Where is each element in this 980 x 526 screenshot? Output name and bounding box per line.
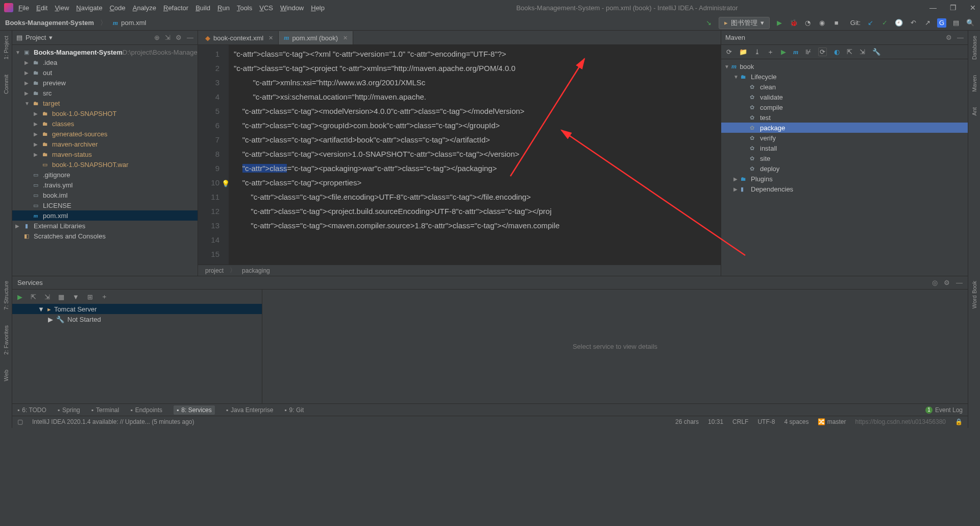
editor-breadcrumb[interactable]: project 〉 packaging [198, 265, 721, 276]
bottom-tab[interactable]: ▪Java Enterprise [226, 407, 274, 414]
search-everywhere-icon[interactable]: 🔍 [966, 18, 975, 28]
run-service-icon[interactable]: ▶ [17, 293, 22, 301]
collapse-icon[interactable]: ⇲ [44, 293, 50, 301]
tree-book-1.0-SNAPSHOT[interactable]: ▶🖿book-1.0-SNAPSHOT [12, 108, 198, 118]
show-dependencies-icon[interactable]: ◐ [834, 48, 840, 56]
tree-out[interactable]: ▶🖿out [12, 67, 198, 78]
debug-icon[interactable]: 🐞 [789, 18, 798, 28]
toggle-skip-tests-icon[interactable]: ⟳ [818, 47, 827, 56]
translate-icon[interactable]: G [937, 18, 946, 28]
git-push-icon[interactable]: ↗ [923, 18, 932, 28]
maven-goal-verify[interactable]: ✿verify [721, 133, 968, 143]
menu-view[interactable]: View [55, 4, 69, 12]
tree-maven-status[interactable]: ▶🖿maven-status [12, 149, 198, 159]
menu-window[interactable]: Window [280, 4, 304, 12]
tree-generated-sources[interactable]: ▶🖿generated-sources [12, 129, 198, 139]
event-log-tab[interactable]: 1 Event Log [925, 407, 963, 414]
bottom-tab[interactable]: ▪Spring [58, 407, 80, 414]
maven-goal-package[interactable]: ✿package [721, 123, 968, 133]
generate-sources-icon[interactable]: 📁 [739, 48, 747, 56]
tool-commit-tab[interactable]: Commit [3, 75, 9, 94]
bottom-tab[interactable]: ▪Endpoints [130, 407, 162, 414]
collapse-all-icon[interactable]: ⇱ [847, 48, 852, 56]
menu-run[interactable]: Run [217, 4, 230, 12]
add-project-icon[interactable]: ＋ [767, 47, 774, 57]
tool-wordbook-tab[interactable]: Word Book [971, 281, 977, 308]
service-tomcat-row[interactable]: ▼ ▸ Tomcat Server [12, 304, 262, 314]
tree-book-1.0-SNAPSHOT.war[interactable]: ▭book-1.0-SNAPSHOT.war [12, 159, 198, 170]
settings-gear-icon[interactable]: ⚙ [176, 34, 182, 41]
maven-goal-compile[interactable]: ✿compile [721, 102, 968, 112]
tool-project-tab[interactable]: 1: Project [3, 36, 9, 59]
close-tab-icon[interactable]: ✕ [343, 35, 348, 41]
maven-tree[interactable]: ▼mbook▼🖿Lifecycle✿clean✿validate✿compile… [721, 59, 968, 196]
build-hammer-icon[interactable]: ↘ [704, 18, 714, 28]
status-line-col[interactable]: 10:31 [708, 418, 723, 425]
status-eol[interactable]: CRLF [732, 418, 748, 425]
menu-build[interactable]: Build [195, 4, 210, 12]
settings-gear-icon[interactable]: ⚙ [944, 279, 950, 286]
tool-maven-tab[interactable]: Maven [971, 75, 977, 92]
tool-web-tab[interactable]: Web [3, 370, 9, 381]
tree-LICENSE[interactable]: ▭LICENSE [12, 200, 198, 210]
maven-goal-site[interactable]: ✿site [721, 153, 968, 163]
status-indicator-icon[interactable]: ▢ [17, 418, 23, 425]
tree-book.iml[interactable]: ▭book.iml [12, 190, 198, 200]
breadcrumb-project[interactable]: Books-Management-System [5, 19, 94, 27]
project-panel-title[interactable]: ▤ Project ▾ [16, 34, 53, 41]
coverage-icon[interactable]: ◔ [803, 18, 813, 28]
run-config-combo[interactable]: ▸ 图书管理 ▾ [719, 17, 770, 29]
close-tab-icon[interactable]: ✕ [268, 35, 273, 41]
editor-tab[interactable]: mpom.xml (book)✕ [279, 31, 353, 44]
tree-pom.xml[interactable]: mpom.xml [12, 210, 198, 221]
status-message[interactable]: IntelliJ IDEA 2020.1.4 available: // Upd… [32, 418, 194, 425]
tree-classes[interactable]: ▶🖿classes [12, 118, 198, 129]
tree-preview[interactable]: ▶🖿preview [12, 78, 198, 88]
maven-goal-test[interactable]: ✿test [721, 112, 968, 123]
maven-settings-icon[interactable]: 🔧 [872, 48, 880, 56]
lock-icon[interactable]: 🔒 [955, 418, 963, 425]
tree-src[interactable]: ▶🖿src [12, 88, 198, 98]
stop-icon[interactable]: ■ [832, 18, 841, 28]
code-content[interactable]: "c-attr">class="c-tag"><?xml "c-attr">ve… [229, 45, 721, 265]
layout-icon[interactable]: ⊞ [87, 293, 93, 301]
menu-edit[interactable]: Edit [36, 4, 47, 12]
scratches[interactable]: ◧Scratches and Consoles [12, 231, 198, 241]
run-icon[interactable]: ▶ [775, 18, 784, 28]
tree-.gitignore[interactable]: ▭.gitignore [12, 170, 198, 180]
services-tree[interactable]: ▼ ▸ Tomcat Server ▶ 🔧 Not Started [12, 304, 262, 324]
hide-icon[interactable]: — [187, 34, 193, 41]
tree-.idea[interactable]: ▶🖿.idea [12, 57, 198, 67]
menu-vcs[interactable]: VCS [259, 4, 273, 12]
tool-favorites-tab[interactable]: 2: Favorites [3, 325, 9, 354]
hide-icon[interactable]: — [957, 34, 964, 41]
tool-structure-tab[interactable]: 7: Structure [3, 281, 9, 310]
maven-goal-validate[interactable]: ✿validate [721, 92, 968, 102]
collapse-all-icon[interactable]: ⇲ [165, 34, 170, 41]
tree-target[interactable]: ▼🖿target [12, 98, 198, 108]
maven-goal-deploy[interactable]: ✿deploy [721, 163, 968, 174]
services-layout-icon[interactable]: ◎ [932, 279, 938, 286]
maximize-icon[interactable]: ❐ [950, 4, 957, 12]
status-indent[interactable]: 4 spaces [784, 418, 808, 425]
menu-analyze[interactable]: Analyze [133, 4, 156, 12]
menu-tools[interactable]: Tools [237, 4, 252, 12]
tree-.travis.yml[interactable]: ▭.travis.yml [12, 180, 198, 190]
bottom-tab[interactable]: ▪9: Git [284, 407, 304, 414]
run-maven-icon[interactable]: ▶ [781, 48, 786, 56]
menu-code[interactable]: Code [110, 4, 126, 12]
toggle-offline-icon[interactable]: ⊮ [805, 48, 811, 56]
status-branch[interactable]: 🔀 master [818, 418, 846, 425]
external-libraries[interactable]: ▶▮External Libraries [12, 221, 198, 231]
git-update-icon[interactable]: ↙ [866, 18, 875, 28]
download-sources-icon[interactable]: ⤓ [754, 48, 760, 56]
bottom-tab[interactable]: ▪6: TODO [17, 407, 46, 414]
minimize-icon[interactable]: — [929, 4, 937, 12]
maven-goal-install[interactable]: ✿install [721, 143, 968, 153]
project-tree[interactable]: ▼▣Books-Management-System D:\project\Boo… [12, 45, 198, 243]
tree-maven-archiver[interactable]: ▶🖿maven-archiver [12, 139, 198, 149]
breadcrumb-file[interactable]: pom.xml [121, 19, 146, 27]
menu-navigate[interactable]: Navigate [76, 4, 102, 12]
maven-lifecycle[interactable]: ▼🖿Lifecycle [721, 71, 968, 82]
ide-settings-icon[interactable]: ▤ [951, 18, 961, 28]
